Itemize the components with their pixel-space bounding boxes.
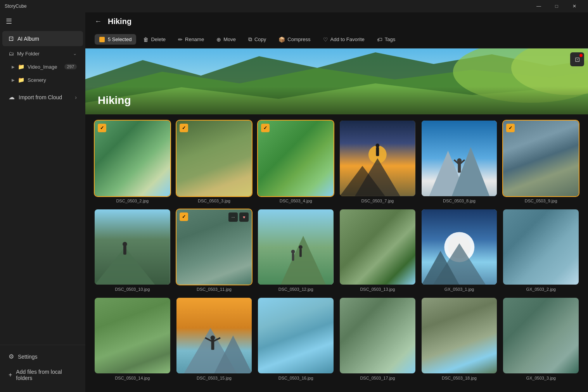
- photo-thumb-dsc-0503-2[interactable]: ✓: [95, 121, 170, 196]
- photo-svg-9: [258, 209, 334, 285]
- sidebar-item-scenery[interactable]: ▶ 📁 Scenery: [2, 74, 83, 86]
- sidebar-item-my-folder[interactable]: 🗂 My Folder ⌄: [2, 47, 83, 60]
- sidebar-item-import-cloud[interactable]: ☁ Import from Cloud ›: [2, 90, 83, 105]
- add-files-label: Add files from local folders: [16, 369, 77, 381]
- photo-thumb-gx-0503-1[interactable]: [422, 209, 497, 285]
- top-right-panel-button[interactable]: ⊡: [570, 52, 584, 66]
- photo-thumb-row3-5[interactable]: [422, 298, 497, 373]
- tags-icon: 🏷: [377, 36, 382, 43]
- photo-name-gx-0503-2: GX_0503_2.jpg: [503, 287, 579, 292]
- sidebar-item-settings[interactable]: ⚙ Settings: [2, 349, 83, 364]
- photo-item-dsc-0503-9[interactable]: ✓ DSC_0503_9.jpg: [503, 121, 579, 203]
- sidebar-item-ai-album-label: AI Album: [17, 36, 39, 42]
- gallery-row-2: DSC_0503_10.jpg ✓ ··· ♥ DSC_0503_11.jpg: [95, 209, 579, 292]
- compress-button[interactable]: 📦 Compress: [273, 34, 316, 45]
- sidebar-item-video-image[interactable]: ▶ 📁 Video_Image 297: [2, 60, 83, 73]
- svg-point-38: [210, 336, 215, 340]
- photo-item-gx-0503-2[interactable]: GX_0503_2.jpg: [503, 209, 579, 292]
- photo-thumb-row3-1[interactable]: [95, 298, 170, 373]
- photo-item-row3-6[interactable]: GX_0503_3.jpg: [503, 298, 579, 380]
- tags-button[interactable]: 🏷 Tags: [372, 34, 401, 45]
- photo-thumb-row3-4[interactable]: [340, 298, 415, 373]
- photo-item-row3-2[interactable]: DSC_0503_15.jpg: [176, 298, 252, 380]
- main-content: ← Hiking 5 Selected 🗑 Delete ✏ Rename ⊕ …: [85, 12, 588, 392]
- svg-rect-10: [376, 147, 379, 156]
- maximize-button[interactable]: □: [548, 0, 566, 12]
- photo-item-gx-0503-1[interactable]: GX_0503_1.jpg: [422, 209, 497, 292]
- photo-item-row3-3[interactable]: DSC_0503_16.jpg: [258, 298, 334, 380]
- photo-thumb-dsc-0503-12[interactable]: [258, 209, 334, 285]
- add-favorite-button[interactable]: ♡ Add to Favorite: [318, 34, 370, 45]
- app-body: ☰ ⊡ AI Album 🗂 My Folder ⌄ ▶ 📁 Video_Ima…: [0, 12, 588, 392]
- check-badge-3: ✓: [261, 124, 270, 132]
- rename-icon: ✏: [178, 36, 183, 43]
- page-title: Hiking: [108, 17, 131, 26]
- photo-name-dsc-0503-8: DSC_0503_8.jpg: [422, 199, 497, 203]
- photo-thumb-dsc-0503-13[interactable]: [340, 209, 415, 285]
- photo-name-row3-1: DSC_0503_14.jpg: [95, 376, 170, 380]
- back-button[interactable]: ←: [95, 17, 102, 26]
- photo-thumb-gx-0503-2[interactable]: [503, 209, 579, 285]
- photo-item-dsc-0503-12[interactable]: DSC_0503_12.jpg: [258, 209, 334, 292]
- heart-icon: ♡: [323, 36, 328, 43]
- photo-name-dsc-0503-12: DSC_0503_12.jpg: [258, 287, 334, 292]
- photo-item-dsc-0503-3[interactable]: ✓ DSC_0503_3.jpg: [176, 121, 252, 203]
- photo-svg-11: [422, 209, 497, 285]
- move-button[interactable]: ⊕ Move: [211, 34, 241, 45]
- photo-thumb-dsc-0503-9[interactable]: ✓: [503, 121, 579, 196]
- photo-item-dsc-0503-13[interactable]: DSC_0503_13.jpg: [340, 209, 415, 292]
- photo-thumb-dsc-0503-7[interactable]: [340, 121, 415, 196]
- move-icon: ⊕: [216, 36, 221, 43]
- photo-thumb-dsc-0503-4[interactable]: ✓: [258, 121, 334, 196]
- photo-name-gx-0503-1: GX_0503_1.jpg: [422, 287, 497, 292]
- sidebar-item-add-files[interactable]: + Add files from local folders: [2, 365, 83, 385]
- photo-thumb-dsc-0503-8[interactable]: [422, 121, 497, 196]
- photo-item-dsc-0503-2[interactable]: ✓ DSC_0503_2.jpg: [95, 121, 170, 203]
- photo-thumb-row3-6[interactable]: [503, 298, 579, 373]
- selected-indicator: [99, 37, 105, 42]
- gallery-area[interactable]: ✓ DSC_0503_2.jpg ✓ DSC_0503_3.jpg ✓ DSC_…: [85, 114, 588, 392]
- tags-label: Tags: [385, 36, 395, 42]
- photo-name-row3-6: GX_0503_3.jpg: [503, 376, 579, 380]
- expand-icon-scenery: ▶: [12, 78, 15, 82]
- notification-dot: [579, 54, 583, 57]
- photo-thumb-dsc-0503-11[interactable]: ✓ ··· ♥: [176, 209, 252, 285]
- photo-more-button[interactable]: ···: [228, 212, 238, 222]
- photo-item-row3-1[interactable]: DSC_0503_14.jpg: [95, 298, 170, 380]
- photo-thumb-row3-3[interactable]: [258, 298, 334, 373]
- delete-button[interactable]: 🗑 Delete: [138, 34, 171, 45]
- header-bar: ← Hiking: [85, 12, 588, 31]
- photo-item-dsc-0503-8[interactable]: DSC_0503_8.jpg: [422, 121, 497, 203]
- photo-item-row3-5[interactable]: DSC_0503_18.jpg: [422, 298, 497, 380]
- copy-button[interactable]: ⧉ Copy: [243, 34, 272, 45]
- photo-heart-button[interactable]: ♥: [239, 212, 249, 222]
- rename-button[interactable]: ✏ Rename: [173, 34, 209, 45]
- settings-icon: ⚙: [9, 353, 14, 360]
- close-button[interactable]: ✕: [566, 0, 583, 12]
- settings-label: Settings: [18, 354, 38, 360]
- photo-thumb-dsc-0503-3[interactable]: ✓: [176, 121, 252, 196]
- svg-rect-25: [299, 249, 302, 257]
- photo-item-dsc-0503-10[interactable]: DSC_0503_10.jpg: [95, 209, 170, 292]
- photo-thumb-row3-2[interactable]: [176, 298, 252, 373]
- chevron-down-icon: ⌄: [73, 51, 77, 56]
- check-badge-2: ✓: [180, 124, 188, 132]
- photo-item-dsc-0503-4[interactable]: ✓ DSC_0503_4.jpg: [258, 121, 334, 203]
- sidebar-item-my-folder-label: My Folder: [17, 51, 40, 57]
- photo-item-dsc-0503-11[interactable]: ✓ ··· ♥ DSC_0503_11.jpg: [176, 209, 252, 292]
- svg-rect-21: [123, 245, 126, 254]
- menu-toggle-button[interactable]: ☰: [0, 12, 18, 30]
- delete-icon: 🗑: [143, 36, 149, 43]
- check-badge-4: ✓: [506, 124, 515, 132]
- photo-item-dsc-0503-7[interactable]: DSC_0503_7.jpg: [340, 121, 415, 203]
- compress-icon: 📦: [278, 36, 285, 43]
- panel-icon: ⊡: [575, 56, 580, 63]
- add-files-icon: +: [9, 371, 12, 378]
- sidebar-item-ai-album[interactable]: ⊡ AI Album: [2, 31, 83, 46]
- photo-item-row3-4[interactable]: DSC_0503_17.jpg: [340, 298, 415, 380]
- hero-title: Hiking: [98, 94, 131, 106]
- photo-name-row3-2: DSC_0503_15.jpg: [176, 376, 252, 380]
- photo-thumb-dsc-0503-10[interactable]: [95, 209, 170, 285]
- sidebar-item-video-image-label: Video_Image: [28, 64, 57, 70]
- minimize-button[interactable]: —: [530, 0, 548, 12]
